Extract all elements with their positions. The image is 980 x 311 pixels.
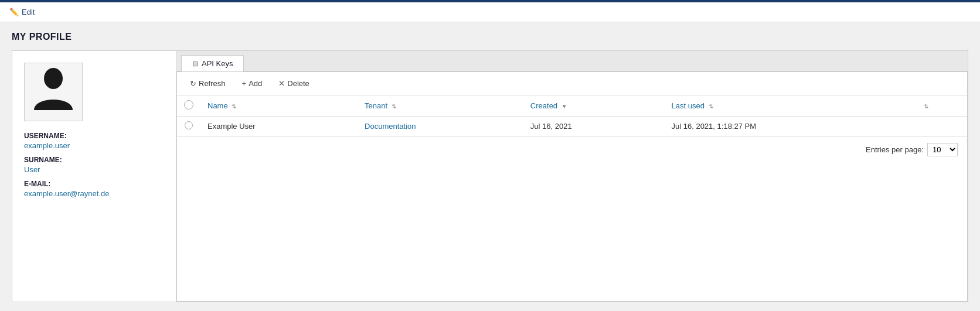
col-created[interactable]: Created ▼ — [523, 95, 665, 117]
page-title: MY PROFILE — [12, 32, 968, 42]
table-header-row: Name ⇅ Tenant ⇅ Created ▼ — [177, 95, 967, 117]
main-layout: USERNAME: example.user SURNAME: User E-M… — [12, 50, 968, 302]
username-value: example.user — [24, 141, 164, 150]
col-last-used[interactable]: Last used ⇅ — [665, 95, 916, 117]
row-extra-cell — [915, 117, 967, 136]
tab-api-keys-label: API Keys — [202, 59, 233, 68]
row-tenant-cell: Documentation — [358, 117, 523, 136]
last-used-sort-icon: ⇅ — [709, 103, 713, 110]
col-tenant[interactable]: Tenant ⇅ — [358, 95, 523, 117]
delete-label: Delete — [287, 79, 309, 88]
left-panel: USERNAME: example.user SURNAME: User E-M… — [12, 51, 176, 302]
toolbar: ↻ Refresh + Add ✕ Delete — [177, 72, 967, 95]
avatar — [24, 63, 83, 121]
row-radio[interactable] — [185, 121, 193, 129]
name-sort-icon: ⇅ — [232, 103, 236, 110]
row-select-cell — [177, 117, 200, 136]
col-extra: ⇅ — [915, 95, 967, 117]
pencil-icon: ✏️ — [9, 8, 19, 16]
svg-point-0 — [44, 68, 63, 89]
page-content: MY PROFILE USERNAME: example.user SURNAM… — [0, 22, 980, 311]
col-name[interactable]: Name ⇅ — [200, 95, 358, 117]
row-name: Example User — [207, 122, 256, 131]
email-value: example.user@raynet.de — [24, 189, 164, 198]
row-name-cell: Example User — [200, 117, 358, 136]
top-bar: ✏️ Edit — [0, 0, 980, 22]
row-tenant: Documentation — [365, 122, 416, 131]
edit-button[interactable]: ✏️ Edit — [9, 8, 35, 16]
username-label: USERNAME: — [24, 132, 164, 140]
tab-bar: ⊟ API Keys — [176, 51, 968, 71]
entries-footer: Entries per page: 10 25 50 100 — [177, 136, 967, 162]
select-all-circle[interactable] — [184, 100, 193, 110]
row-created-cell: Jul 16, 2021 — [523, 117, 665, 136]
row-last-used: Jul 16, 2021, 1:18:27 PM — [672, 122, 757, 131]
api-keys-icon: ⊟ — [192, 60, 198, 68]
extra-sort-icon: ⇅ — [924, 103, 928, 110]
delete-icon: ✕ — [278, 79, 285, 88]
row-created: Jul 16, 2021 — [530, 122, 572, 131]
tab-api-keys[interactable]: ⊟ API Keys — [181, 55, 244, 71]
edit-label: Edit — [22, 8, 35, 16]
table-panel: ↻ Refresh + Add ✕ Delete — [176, 71, 968, 302]
entries-label: Entries per page: — [866, 145, 924, 154]
surname-label: SURNAME: — [24, 156, 164, 164]
right-panel: ⊟ API Keys ↻ Refresh + Add — [176, 51, 968, 302]
created-sort-icon: ▼ — [562, 103, 567, 110]
user-silhouette-icon — [33, 66, 74, 118]
email-label: E-MAIL: — [24, 180, 164, 188]
row-last-used-cell: Jul 16, 2021, 1:18:27 PM — [665, 117, 916, 136]
entries-per-page-select[interactable]: 10 25 50 100 — [927, 143, 958, 156]
refresh-icon: ↻ — [190, 79, 196, 88]
add-button[interactable]: + Add — [236, 77, 268, 90]
table-row[interactable]: Example User Documentation Jul 16, 2021 … — [177, 117, 967, 136]
tenant-sort-icon: ⇅ — [392, 103, 396, 110]
refresh-label: Refresh — [199, 79, 226, 88]
add-label: Add — [249, 79, 262, 88]
delete-button[interactable]: ✕ Delete — [273, 77, 315, 90]
col-tenant-label: Tenant — [365, 101, 387, 110]
refresh-button[interactable]: ↻ Refresh — [184, 77, 232, 90]
surname-value: User — [24, 165, 164, 174]
add-icon: + — [242, 79, 247, 88]
api-keys-table: Name ⇅ Tenant ⇅ Created ▼ — [177, 95, 967, 136]
col-last-used-label: Last used — [672, 101, 705, 110]
col-select — [177, 95, 200, 117]
col-created-label: Created — [530, 101, 557, 110]
col-name-label: Name — [207, 101, 228, 110]
